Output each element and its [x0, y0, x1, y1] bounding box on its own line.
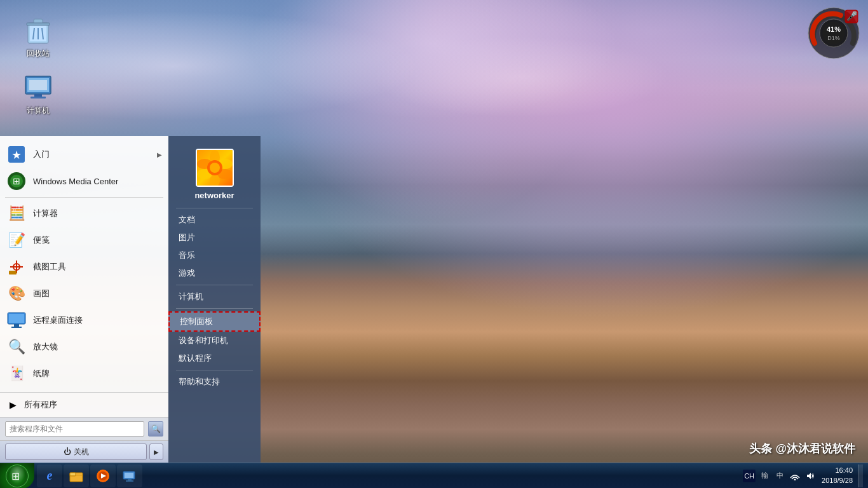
- search-input[interactable]: [5, 421, 144, 437]
- ime2-label: 中: [776, 471, 783, 480]
- recycle-bin-icon: [23, 15, 53, 46]
- svg-point-50: [794, 478, 796, 480]
- svg-text:41%: 41%: [827, 25, 841, 33]
- shutdown-button[interactable]: ⏻ 关机: [5, 444, 147, 460]
- svg-rect-27: [9, 271, 17, 274]
- calculator-icon: 🧮: [6, 203, 27, 224]
- svg-rect-29: [9, 314, 24, 323]
- getting-started-icon: ★: [6, 144, 27, 165]
- start-orb: [8, 466, 27, 485]
- desktop-icon-computer[interactable]: 计算机: [13, 70, 64, 119]
- help-support-label: 帮助和支持: [179, 376, 220, 388]
- desktop-icon-recycle-bin[interactable]: 回收站: [13, 13, 64, 62]
- right-menu-divider-1: [176, 285, 253, 285]
- right-menu-games[interactable]: 游戏: [168, 264, 261, 282]
- tray-ime2[interactable]: 中: [773, 470, 786, 482]
- taskbar-apps: e: [34, 463, 145, 488]
- paint-label: 画图: [33, 288, 50, 299]
- taskbar-explorer[interactable]: [64, 464, 89, 487]
- start-menu-left: ★ 入门 ▶ ⊞ Windows Media Cen: [0, 136, 168, 463]
- all-programs-section: ▶ 所有程序: [0, 392, 168, 417]
- search-button[interactable]: 🔍: [148, 421, 163, 437]
- right-menu-music[interactable]: 音乐: [168, 247, 261, 264]
- start-button[interactable]: [0, 463, 34, 489]
- right-menu-control-panel[interactable]: 控制面板: [168, 311, 261, 332]
- games-label: 游戏: [179, 268, 195, 279]
- start-menu: ★ 入门 ▶ ⊞ Windows Media Cen: [0, 136, 261, 463]
- calculator-label: 计算器: [33, 208, 58, 219]
- right-menu-devices-printers[interactable]: 设备和打印机: [168, 332, 261, 349]
- svg-text:D1%: D1%: [827, 35, 840, 41]
- search-area: 🔍: [0, 417, 168, 440]
- desktop: 回收站 计算机 41% D1%: [0, 0, 868, 488]
- svg-point-40: [210, 163, 220, 173]
- remote-desktop-label: 远程桌面连接: [33, 315, 83, 326]
- shutdown-label: 关机: [74, 447, 89, 458]
- taskbar-right: CH 输 中: [738, 463, 868, 488]
- solitaire-icon: 🃏: [6, 363, 27, 384]
- svg-rect-31: [11, 327, 22, 328]
- music-label: 音乐: [179, 250, 195, 261]
- menu-item-sticky-notes[interactable]: 📝 便笺: [0, 227, 168, 254]
- all-programs-item[interactable]: ▶ 所有程序: [0, 395, 168, 414]
- menu-item-wmc[interactable]: ⊞ Windows Media Center: [0, 168, 168, 194]
- svg-rect-9: [29, 80, 47, 90]
- menu-item-magnifier[interactable]: 🔍 放大镜: [0, 334, 168, 360]
- svg-rect-49: [126, 480, 133, 482]
- all-programs-label: 所有程序: [24, 399, 57, 410]
- tray-volume-icon[interactable]: [804, 470, 817, 482]
- tray-network-icon[interactable]: [789, 470, 801, 482]
- perf-widget[interactable]: 41% D1% 🎤: [806, 5, 863, 62]
- windows-logo-icon: [11, 470, 23, 482]
- language-label: CH: [744, 472, 754, 480]
- right-menu-default-programs[interactable]: 默认程序: [168, 349, 261, 367]
- right-menu-computer[interactable]: 计算机: [168, 288, 261, 306]
- svg-marker-51: [807, 473, 811, 479]
- tray-ime1[interactable]: 输: [758, 470, 771, 482]
- clock[interactable]: 16:40 2018/9/28: [819, 466, 855, 485]
- start-menu-top-section: ★ 入门 ▶ ⊞ Windows Media Cen: [0, 136, 168, 392]
- sticky-notes-label: 便笺: [33, 234, 50, 246]
- media-player-icon: [96, 469, 110, 483]
- menu-item-solitaire[interactable]: 🃏 纸牌: [0, 360, 168, 387]
- paint-icon: 🎨: [6, 283, 27, 304]
- taskbar-network[interactable]: [117, 464, 142, 487]
- power-icon: ⏻: [64, 447, 71, 456]
- right-menu-divider-3: [176, 370, 253, 370]
- solitaire-label: 纸牌: [33, 368, 50, 379]
- user-avatar: [196, 149, 234, 187]
- taskbar-ie[interactable]: e: [37, 464, 62, 487]
- devices-printers-label: 设备和打印机: [179, 335, 228, 346]
- taskbar-media-player[interactable]: [90, 464, 116, 487]
- computer-r-label: 计算机: [179, 291, 203, 302]
- computer-icon: [23, 72, 53, 103]
- menu-item-calculator[interactable]: 🧮 计算器: [0, 200, 168, 227]
- user-profile[interactable]: networker: [168, 141, 261, 205]
- computer-label: 计算机: [27, 105, 50, 116]
- menu-item-remote-desktop[interactable]: 远程桌面连接: [0, 307, 168, 334]
- taskbar: e: [0, 463, 868, 488]
- menu-item-snipping-tool[interactable]: 截图工具: [0, 254, 168, 280]
- clock-date: 2018/9/28: [822, 476, 853, 485]
- magnifier-icon: 🔍: [6, 337, 27, 357]
- show-desktop-button[interactable]: [858, 464, 863, 487]
- volume-tray-icon: [806, 471, 815, 480]
- right-menu-help-support[interactable]: 帮助和支持: [168, 373, 261, 391]
- wmc-label: Windows Media Center: [33, 177, 118, 186]
- menu-divider-top: [5, 197, 163, 198]
- clock-time: 16:40: [822, 466, 853, 475]
- menu-item-getting-started[interactable]: ★ 入门 ▶: [0, 141, 168, 168]
- all-programs-icon: ▶: [6, 398, 19, 411]
- user-avatar-image: [197, 150, 233, 186]
- tray-language[interactable]: CH: [743, 470, 756, 482]
- snipping-tool-icon: [6, 257, 27, 277]
- power-area: ⏻ 关机 ▶: [0, 440, 168, 463]
- right-menu-documents[interactable]: 文档: [168, 211, 261, 229]
- documents-label: 文档: [179, 214, 195, 226]
- watermark: 头条 @沐沐君说软件: [749, 441, 855, 456]
- wmc-icon: ⊞: [6, 171, 27, 191]
- menu-item-paint[interactable]: 🎨 画图: [0, 280, 168, 307]
- right-menu-pictures[interactable]: 图片: [168, 229, 261, 247]
- shutdown-arrow-button[interactable]: ▶: [149, 444, 163, 460]
- start-menu-right: networker 文档 图片 音乐 游戏 计算机: [168, 136, 261, 463]
